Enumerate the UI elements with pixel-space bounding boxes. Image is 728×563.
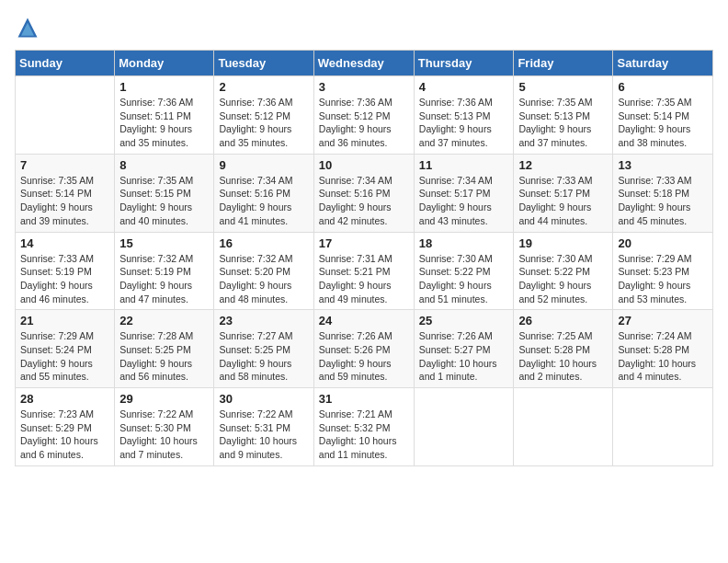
day-number: 28 <box>20 392 109 406</box>
calendar-cell: 23Sunrise: 7:27 AM Sunset: 5:25 PM Dayli… <box>214 310 313 388</box>
calendar-cell: 6Sunrise: 7:35 AM Sunset: 5:14 PM Daylig… <box>613 76 713 155</box>
calendar-header-wednesday: Wednesday <box>313 51 414 76</box>
calendar-cell: 14Sunrise: 7:33 AM Sunset: 5:19 PM Dayli… <box>16 232 115 310</box>
day-number: 29 <box>119 392 209 406</box>
calendar-cell: 12Sunrise: 7:33 AM Sunset: 5:17 PM Dayli… <box>514 154 613 232</box>
calendar-cell: 28Sunrise: 7:23 AM Sunset: 5:29 PM Dayli… <box>16 388 115 466</box>
day-number: 1 <box>119 80 209 94</box>
day-number: 11 <box>419 158 509 172</box>
calendar-cell: 3Sunrise: 7:36 AM Sunset: 5:12 PM Daylig… <box>313 76 414 155</box>
day-number: 17 <box>319 236 409 250</box>
day-info: Sunrise: 7:34 AM Sunset: 5:17 PM Dayligh… <box>419 174 509 228</box>
day-number: 22 <box>119 314 209 327</box>
calendar-cell <box>613 388 713 466</box>
day-info: Sunrise: 7:34 AM Sunset: 5:16 PM Dayligh… <box>219 174 308 228</box>
day-info: Sunrise: 7:27 AM Sunset: 5:25 PM Dayligh… <box>219 329 308 384</box>
day-number: 31 <box>319 392 409 406</box>
day-info: Sunrise: 7:25 AM Sunset: 5:28 PM Dayligh… <box>518 329 608 384</box>
day-number: 15 <box>119 236 209 250</box>
calendar-week-row: 1Sunrise: 7:36 AM Sunset: 5:11 PM Daylig… <box>16 76 713 155</box>
calendar-week-row: 21Sunrise: 7:29 AM Sunset: 5:24 PM Dayli… <box>16 310 713 388</box>
calendar-cell: 19Sunrise: 7:30 AM Sunset: 5:22 PM Dayli… <box>514 232 613 310</box>
day-number: 7 <box>20 158 109 172</box>
calendar-header-thursday: Thursday <box>414 51 514 76</box>
calendar-cell: 13Sunrise: 7:33 AM Sunset: 5:18 PM Dayli… <box>613 154 713 232</box>
day-info: Sunrise: 7:35 AM Sunset: 5:15 PM Dayligh… <box>119 174 209 228</box>
calendar-cell: 2Sunrise: 7:36 AM Sunset: 5:12 PM Daylig… <box>214 76 313 155</box>
day-number: 12 <box>518 158 608 172</box>
calendar-cell: 7Sunrise: 7:35 AM Sunset: 5:14 PM Daylig… <box>16 154 115 232</box>
calendar-cell: 9Sunrise: 7:34 AM Sunset: 5:16 PM Daylig… <box>214 154 313 232</box>
day-info: Sunrise: 7:33 AM Sunset: 5:19 PM Dayligh… <box>20 252 109 306</box>
day-info: Sunrise: 7:36 AM Sunset: 5:11 PM Dayligh… <box>119 96 209 150</box>
day-number: 4 <box>419 80 509 94</box>
day-info: Sunrise: 7:35 AM Sunset: 5:14 PM Dayligh… <box>20 174 109 228</box>
calendar-cell: 10Sunrise: 7:34 AM Sunset: 5:16 PM Dayli… <box>313 154 414 232</box>
calendar-week-row: 7Sunrise: 7:35 AM Sunset: 5:14 PM Daylig… <box>16 154 713 232</box>
calendar-header-friday: Friday <box>514 51 613 76</box>
day-number: 19 <box>518 236 608 250</box>
day-info: Sunrise: 7:36 AM Sunset: 5:12 PM Dayligh… <box>219 96 308 150</box>
day-info: Sunrise: 7:29 AM Sunset: 5:24 PM Dayligh… <box>20 329 109 384</box>
day-number: 27 <box>618 314 708 327</box>
calendar-cell: 1Sunrise: 7:36 AM Sunset: 5:11 PM Daylig… <box>115 76 214 155</box>
day-info: Sunrise: 7:36 AM Sunset: 5:13 PM Dayligh… <box>419 96 509 150</box>
day-number: 14 <box>20 236 109 250</box>
day-info: Sunrise: 7:26 AM Sunset: 5:26 PM Dayligh… <box>319 329 409 384</box>
calendar-header-saturday: Saturday <box>613 51 713 76</box>
day-number: 18 <box>419 236 509 250</box>
calendar-cell: 16Sunrise: 7:32 AM Sunset: 5:20 PM Dayli… <box>214 232 313 310</box>
logo <box>15 15 44 40</box>
day-info: Sunrise: 7:34 AM Sunset: 5:16 PM Dayligh… <box>319 174 409 228</box>
calendar-cell: 24Sunrise: 7:26 AM Sunset: 5:26 PM Dayli… <box>313 310 414 388</box>
day-number: 21 <box>20 314 109 327</box>
calendar-cell <box>414 388 514 466</box>
day-number: 23 <box>219 314 308 327</box>
day-number: 10 <box>319 158 409 172</box>
calendar-cell: 15Sunrise: 7:32 AM Sunset: 5:19 PM Dayli… <box>115 232 214 310</box>
calendar-cell: 31Sunrise: 7:21 AM Sunset: 5:32 PM Dayli… <box>313 388 414 466</box>
day-info: Sunrise: 7:36 AM Sunset: 5:12 PM Dayligh… <box>319 96 409 150</box>
calendar-header-sunday: Sunday <box>16 51 115 76</box>
day-info: Sunrise: 7:21 AM Sunset: 5:32 PM Dayligh… <box>319 408 409 462</box>
day-info: Sunrise: 7:22 AM Sunset: 5:31 PM Dayligh… <box>219 408 308 462</box>
day-info: Sunrise: 7:23 AM Sunset: 5:29 PM Dayligh… <box>20 408 109 462</box>
calendar-cell: 20Sunrise: 7:29 AM Sunset: 5:23 PM Dayli… <box>613 232 713 310</box>
day-info: Sunrise: 7:32 AM Sunset: 5:20 PM Dayligh… <box>219 252 308 306</box>
day-info: Sunrise: 7:26 AM Sunset: 5:27 PM Dayligh… <box>419 329 509 384</box>
day-number: 25 <box>419 314 509 327</box>
day-number: 2 <box>219 80 308 94</box>
day-number: 6 <box>618 80 708 94</box>
calendar-cell: 25Sunrise: 7:26 AM Sunset: 5:27 PM Dayli… <box>414 310 514 388</box>
calendar-cell: 18Sunrise: 7:30 AM Sunset: 5:22 PM Dayli… <box>414 232 514 310</box>
day-number: 24 <box>319 314 409 327</box>
day-info: Sunrise: 7:35 AM Sunset: 5:14 PM Dayligh… <box>618 96 708 150</box>
calendar-cell: 21Sunrise: 7:29 AM Sunset: 5:24 PM Dayli… <box>16 310 115 388</box>
calendar-cell <box>514 388 613 466</box>
calendar-cell: 11Sunrise: 7:34 AM Sunset: 5:17 PM Dayli… <box>414 154 514 232</box>
page-header <box>15 15 713 40</box>
day-info: Sunrise: 7:33 AM Sunset: 5:17 PM Dayligh… <box>518 174 608 228</box>
calendar-cell <box>16 76 115 155</box>
day-number: 16 <box>219 236 308 250</box>
calendar-header-tuesday: Tuesday <box>214 51 313 76</box>
day-info: Sunrise: 7:22 AM Sunset: 5:30 PM Dayligh… <box>119 408 209 462</box>
day-number: 30 <box>219 392 308 406</box>
calendar-table: SundayMondayTuesdayWednesdayThursdayFrid… <box>15 50 713 466</box>
day-info: Sunrise: 7:30 AM Sunset: 5:22 PM Dayligh… <box>419 252 509 306</box>
calendar-cell: 8Sunrise: 7:35 AM Sunset: 5:15 PM Daylig… <box>115 154 214 232</box>
calendar-week-row: 28Sunrise: 7:23 AM Sunset: 5:29 PM Dayli… <box>16 388 713 466</box>
calendar-header-monday: Monday <box>115 51 214 76</box>
calendar-cell: 4Sunrise: 7:36 AM Sunset: 5:13 PM Daylig… <box>414 76 514 155</box>
day-info: Sunrise: 7:29 AM Sunset: 5:23 PM Dayligh… <box>618 252 708 306</box>
calendar-cell: 5Sunrise: 7:35 AM Sunset: 5:13 PM Daylig… <box>514 76 613 155</box>
day-number: 8 <box>119 158 209 172</box>
day-number: 5 <box>518 80 608 94</box>
day-info: Sunrise: 7:24 AM Sunset: 5:28 PM Dayligh… <box>618 329 708 384</box>
day-info: Sunrise: 7:32 AM Sunset: 5:19 PM Dayligh… <box>119 252 209 306</box>
day-number: 3 <box>319 80 409 94</box>
calendar-cell: 26Sunrise: 7:25 AM Sunset: 5:28 PM Dayli… <box>514 310 613 388</box>
calendar-header-row: SundayMondayTuesdayWednesdayThursdayFrid… <box>16 51 713 76</box>
day-info: Sunrise: 7:30 AM Sunset: 5:22 PM Dayligh… <box>518 252 608 306</box>
calendar-cell: 30Sunrise: 7:22 AM Sunset: 5:31 PM Dayli… <box>214 388 313 466</box>
